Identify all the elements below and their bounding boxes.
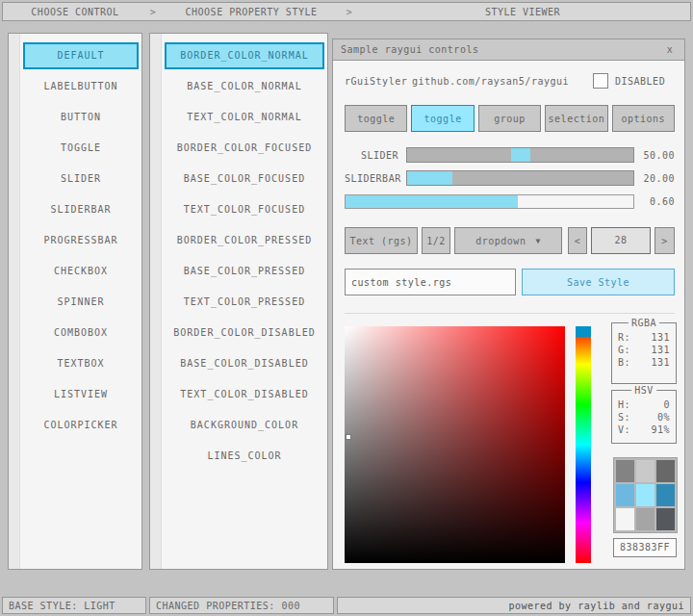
property-item-base-color-focused[interactable]: BASE_COLOR_FOCUSED (165, 166, 324, 192)
toggle-group-item-1-toggle[interactable]: toggle (411, 105, 474, 132)
toggle-group-item-2-group[interactable]: group (478, 105, 541, 132)
repo-url-label: github.com/raysan5/raygui (412, 76, 569, 87)
progressbar (345, 194, 634, 209)
status-changed-properties: CHANGED PROPERTIES: 000 (149, 597, 334, 614)
rgba-label: B: (618, 357, 630, 368)
status-powered-by: powered by raylib and raygui (337, 597, 691, 614)
text-rgs-button[interactable]: Text (rgs) (345, 227, 418, 254)
style-swatch-6[interactable] (616, 508, 634, 530)
property-item-text-color-normal[interactable]: TEXT_COLOR_NORMAL (165, 104, 324, 131)
disabled-checkbox[interactable] (593, 73, 608, 89)
property-item-text-color-focused[interactable]: TEXT_COLOR_FOCUSED (165, 196, 324, 223)
property-item-base-color-normal[interactable]: BASE_COLOR_NORMAL (165, 73, 324, 100)
control-item-combobox[interactable]: COMBOBOX (23, 320, 139, 346)
section-choose-property-style: CHOOSE PROPERTY STYLE (159, 7, 344, 17)
property-item-lines-color[interactable]: LINES_COLOR (165, 443, 324, 470)
hsv-value: 91% (651, 424, 670, 435)
hsv-row: H:0 (612, 398, 676, 411)
chevron-right-icon: > (344, 7, 355, 17)
style-swatch-5[interactable] (656, 484, 675, 506)
property-item-base-color-disabled[interactable]: BASE_COLOR_DISABLED (165, 350, 324, 377)
dropdown-select[interactable]: dropdown ▼ (454, 227, 562, 254)
style-filename-input[interactable] (345, 269, 516, 295)
hue-bar[interactable] (576, 326, 591, 563)
properties-list-scrollbar[interactable] (150, 34, 162, 569)
properties-list-panel: BORDER_COLOR_NORMALBASE_COLOR_NORMALTEXT… (149, 33, 328, 570)
control-item-labelbutton[interactable]: LABELBUTTON (23, 73, 139, 100)
style-swatch-1[interactable] (636, 460, 654, 482)
slider-label: SLIDER (345, 150, 406, 161)
toggle-group-item-3-selection[interactable]: selection (545, 105, 607, 132)
rgba-row: G:131 (612, 344, 676, 356)
hue-bar-handle[interactable] (576, 326, 591, 337)
control-item-spinner[interactable]: SPINNER (23, 289, 139, 316)
style-swatch-4[interactable] (636, 484, 654, 506)
hsv-label: H: (618, 399, 630, 410)
properties-list: BORDER_COLOR_NORMALBASE_COLOR_NORMALTEXT… (162, 34, 327, 569)
progressbar-row: 0.60 (345, 194, 675, 209)
control-item-checkbox[interactable]: CHECKBOX (23, 258, 139, 285)
disabled-checkbox-label: DISABLED (615, 76, 665, 87)
hsv-value: 0% (657, 412, 670, 423)
sliderbar-value: 20.00 (634, 173, 675, 184)
color-picker-cursor[interactable] (346, 434, 351, 440)
sample-controls-window: Sample raygui controls x rGuiStyler gith… (332, 38, 685, 570)
control-item-slider[interactable]: SLIDER (23, 166, 139, 192)
slider-handle[interactable] (511, 148, 530, 162)
property-item-text-color-disabled[interactable]: TEXT_COLOR_DISABLED (165, 381, 324, 408)
sliderbar[interactable] (406, 170, 634, 186)
window-title: Sample raygui controls (341, 44, 663, 55)
toggle-group: toggletogglegroupselectionoptions (345, 105, 675, 132)
style-swatch-0[interactable] (616, 460, 634, 482)
rgba-value: 131 (651, 357, 670, 368)
spinner-increment-button[interactable]: > (654, 227, 675, 254)
rgba-label: G: (618, 345, 630, 355)
control-item-toggle[interactable]: TOGGLE (23, 135, 139, 162)
control-item-textbox[interactable]: TEXTBOX (23, 350, 139, 377)
control-item-progressbar[interactable]: PROGRESSBAR (23, 227, 139, 254)
rgba-value: 131 (651, 332, 670, 343)
rgba-group: RGBA R:131G:131B:131 (611, 322, 677, 384)
spinner-value-box[interactable]: 28 (591, 227, 651, 254)
rgba-value: 131 (651, 345, 670, 355)
style-swatch-8[interactable] (656, 508, 675, 530)
property-item-border-color-focused[interactable]: BORDER_COLOR_FOCUSED (165, 135, 324, 162)
toggle-group-item-4-options[interactable]: options (612, 105, 675, 132)
control-item-button[interactable]: BUTTON (23, 104, 139, 131)
property-item-text-color-pressed[interactable]: TEXT_COLOR_PRESSED (165, 289, 324, 316)
sliderbar-row: SLIDERBAR 20.00 (345, 170, 675, 186)
control-item-default[interactable]: DEFAULT (23, 42, 139, 69)
close-icon[interactable]: x (663, 44, 677, 55)
save-style-button[interactable]: Save Style (522, 269, 675, 295)
color-picker-area[interactable] (345, 326, 565, 563)
chevron-right-icon: > (147, 7, 159, 17)
half-button[interactable]: 1/2 (422, 227, 450, 254)
slider-row: SLIDER 50.00 (345, 147, 675, 163)
property-item-border-color-normal[interactable]: BORDER_COLOR_NORMAL (165, 42, 324, 69)
rgba-row: R:131 (612, 331, 676, 344)
sliderbar-label: SLIDERBAR (345, 173, 406, 184)
hsv-value: 0 (663, 399, 670, 410)
slider-value: 50.00 (634, 150, 675, 161)
property-item-background-color[interactable]: BACKGROUND_COLOR (165, 412, 324, 439)
style-swatch-7[interactable] (636, 508, 654, 530)
control-item-colorpicker[interactable]: COLORPICKER (23, 412, 139, 439)
controls-list: DEFAULTLABELBUTTONBUTTONTOGGLESLIDERSLID… (20, 34, 141, 569)
property-item-border-color-pressed[interactable]: BORDER_COLOR_PRESSED (165, 227, 324, 254)
style-swatch-2[interactable] (656, 460, 675, 482)
slider[interactable] (406, 147, 634, 163)
toggle-group-item-0-toggle[interactable]: toggle (345, 105, 407, 132)
property-item-base-color-pressed[interactable]: BASE_COLOR_PRESSED (165, 258, 324, 285)
progressbar-value: 0.60 (634, 196, 675, 207)
style-swatch-3[interactable] (616, 484, 634, 506)
control-item-listview[interactable]: LISTVIEW (23, 381, 139, 408)
controls-list-scrollbar[interactable] (9, 34, 20, 569)
hsv-label: S: (618, 412, 630, 423)
hsv-group: HSV H:0S:0%V:91% (611, 390, 677, 444)
property-item-border-color-disabled[interactable]: BORDER_COLOR_DISABLED (165, 320, 324, 346)
hex-color-value-box[interactable]: 838383FF (613, 538, 677, 557)
spinner-decrement-button[interactable]: < (568, 227, 587, 254)
section-choose-control: CHOOSE CONTROL (3, 7, 147, 17)
window-titlebar[interactable]: Sample raygui controls x (333, 39, 684, 61)
control-item-sliderbar[interactable]: SLIDERBAR (23, 196, 139, 223)
